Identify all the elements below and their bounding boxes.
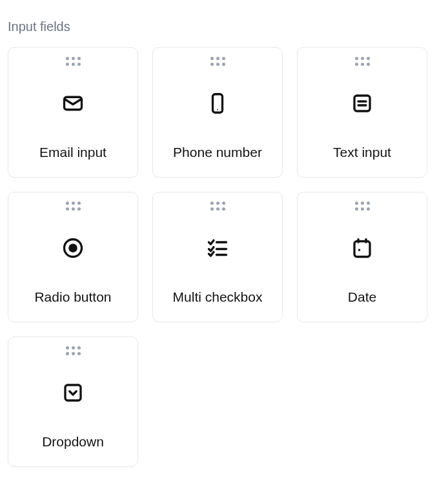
- drag-handle-icon[interactable]: [66, 346, 81, 355]
- card-phone-number[interactable]: Phone number: [152, 47, 283, 178]
- card-label: Text input: [333, 145, 391, 160]
- svg-rect-11: [354, 242, 370, 257]
- drag-handle-icon[interactable]: [355, 202, 370, 211]
- card-dropdown[interactable]: Dropdown: [8, 337, 138, 467]
- svg-rect-15: [65, 385, 81, 400]
- drag-handle-icon[interactable]: [355, 57, 370, 66]
- drag-handle-icon[interactable]: [66, 202, 81, 211]
- card-label: Date: [348, 289, 376, 305]
- card-date[interactable]: Date: [297, 192, 427, 322]
- card-label: Dropdown: [42, 434, 104, 450]
- card-label: Radio button: [34, 289, 111, 305]
- radio-icon: [61, 235, 85, 261]
- svg-point-2: [217, 109, 218, 110]
- svg-point-14: [358, 249, 361, 251]
- drag-handle-icon[interactable]: [210, 202, 225, 211]
- multi-check-icon: [206, 235, 229, 261]
- smartphone-icon: [206, 90, 229, 116]
- mail-icon: [61, 90, 85, 116]
- text-icon: [351, 90, 374, 116]
- card-email-input[interactable]: Email input: [8, 47, 138, 178]
- calendar-icon: [351, 235, 374, 261]
- dropdown-icon: [61, 380, 85, 406]
- section-title: Input fields: [8, 19, 440, 34]
- card-label: Multi checkbox: [173, 289, 263, 305]
- input-fields-grid: Email input Phone number Text input: [8, 47, 440, 467]
- svg-point-7: [68, 244, 77, 253]
- drag-handle-icon[interactable]: [66, 57, 81, 66]
- drag-handle-icon[interactable]: [210, 57, 225, 66]
- svg-rect-3: [354, 96, 370, 111]
- card-radio-button[interactable]: Radio button: [8, 192, 138, 322]
- card-label: Email input: [39, 145, 107, 160]
- card-label: Phone number: [173, 145, 262, 160]
- card-multi-checkbox[interactable]: Multi checkbox: [152, 192, 283, 322]
- card-text-input[interactable]: Text input: [297, 47, 427, 178]
